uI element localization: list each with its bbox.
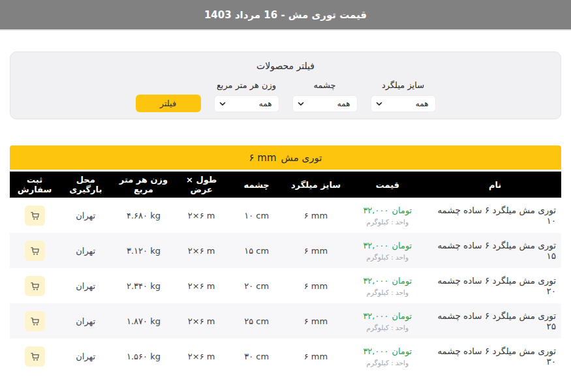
price-cell: ۳۲,۰۰۰ تومان واحد : کیلوگرم bbox=[346, 339, 429, 374]
price-unit: واحد : کیلوگرم bbox=[348, 359, 426, 367]
mesh-label: چشمه bbox=[313, 80, 335, 90]
filter-controls: سایز میلگرد همه چشمه همه وزن هر متر مربع bbox=[10, 80, 561, 112]
table-row: توری مش میلگرد ۶ ساده چشمه ۱۵ ۳۲,۰۰۰ توم… bbox=[10, 233, 561, 268]
rebar-size-cell: ۶ mm bbox=[286, 198, 347, 233]
order-cell bbox=[10, 198, 59, 233]
table-banner: توری مش ۶ mm bbox=[10, 145, 561, 170]
table-row: توری مش میلگرد ۶ ساده چشمه ۱۰ ۳۲,۰۰۰ توم… bbox=[10, 198, 561, 233]
dimensions-cell: ۲×۶ m bbox=[176, 339, 228, 374]
location-cell: تهران bbox=[59, 268, 112, 303]
rebar-size-cell: ۶ mm bbox=[286, 303, 347, 339]
rebar-size-cell: ۶ mm bbox=[286, 339, 347, 374]
product-name: توری مش میلگرد ۶ ساده چشمه ۱۰ bbox=[429, 198, 561, 233]
rebar-size-cell: ۶ mm bbox=[286, 233, 347, 268]
price-cell: ۳۲,۰۰۰ تومان واحد : کیلوگرم bbox=[346, 303, 429, 339]
mesh-cell: ۱۵ cm bbox=[228, 233, 286, 268]
column-header-dims: طول × عرض bbox=[176, 172, 228, 198]
price-unit: واحد : کیلوگرم bbox=[348, 253, 426, 261]
weight-cell: ۱.۵۶۰ kg bbox=[112, 339, 175, 374]
filter-button[interactable]: فیلتر bbox=[136, 95, 201, 112]
location-cell: تهران bbox=[59, 339, 112, 374]
table-header-row: نام قیمت سایز میلگرد چشمه طول × عرض وزن … bbox=[10, 172, 561, 198]
weight-select[interactable]: همه bbox=[214, 95, 279, 112]
rebar-size-select[interactable]: همه bbox=[371, 95, 436, 112]
price-unit: واحد : کیلوگرم bbox=[348, 288, 426, 296]
add-to-cart-button[interactable] bbox=[25, 346, 45, 367]
currency-label: تومان bbox=[392, 276, 412, 286]
price-unit: واحد : کیلوگرم bbox=[348, 324, 426, 331]
price-table: نام قیمت سایز میلگرد چشمه طول × عرض وزن … bbox=[10, 172, 561, 374]
page-title: قیمت توری مش - 16 مرداد 1403 bbox=[204, 9, 367, 21]
weight-cell: ۲.۳۴۰ kg bbox=[112, 268, 175, 303]
column-header-size: سایز میلگرد bbox=[286, 172, 347, 198]
price-value: ۳۲,۰۰۰ تومان bbox=[348, 311, 426, 321]
filter-field-rebar-size: سایز میلگرد همه bbox=[371, 80, 436, 112]
table-row: توری مش میلگرد ۶ ساده چشمه ۲۵ ۳۲,۰۰۰ توم… bbox=[10, 303, 561, 339]
order-cell bbox=[10, 303, 59, 339]
order-cell bbox=[10, 233, 59, 268]
mesh-cell: ۲۵ cm bbox=[228, 303, 286, 339]
location-cell: تهران bbox=[59, 198, 112, 233]
add-to-cart-button[interactable] bbox=[25, 205, 45, 226]
price-cell: ۳۲,۰۰۰ تومان واحد : کیلوگرم bbox=[346, 268, 429, 303]
weight-cell: ۴.۶۸۰ kg bbox=[112, 198, 175, 233]
cart-icon bbox=[29, 316, 40, 327]
weight-label: وزن هر متر مربع bbox=[217, 80, 276, 90]
price-value: ۳۲,۰۰۰ تومان bbox=[348, 346, 426, 356]
dimensions-cell: ۲×۶ m bbox=[176, 303, 228, 339]
column-header-price: قیمت bbox=[346, 172, 429, 198]
currency-label: تومان bbox=[392, 241, 412, 250]
order-cell bbox=[10, 339, 59, 374]
product-name: توری مش میلگرد ۶ ساده چشمه ۱۵ bbox=[429, 233, 561, 268]
rebar-size-select-wrap: همه bbox=[371, 95, 436, 112]
dimensions-cell: ۲×۶ m bbox=[176, 268, 228, 303]
cart-icon bbox=[29, 280, 40, 292]
filter-title: فیلتر محصولات bbox=[10, 61, 561, 71]
mesh-cell: ۳۰ cm bbox=[228, 339, 286, 374]
cart-icon bbox=[29, 210, 40, 221]
mesh-cell: ۲۰ cm bbox=[228, 268, 286, 303]
currency-label: تومان bbox=[392, 311, 412, 321]
location-cell: تهران bbox=[59, 233, 112, 268]
weight-cell: ۳.۱۲۰ kg bbox=[112, 233, 175, 268]
column-header-mesh: چشمه bbox=[228, 172, 286, 198]
filter-panel: فیلتر محصولات سایز میلگرد همه چشمه همه و… bbox=[10, 52, 561, 119]
add-to-cart-button[interactable] bbox=[25, 276, 45, 296]
order-cell bbox=[10, 268, 59, 303]
price-cell: ۳۲,۰۰۰ تومان واحد : کیلوگرم bbox=[346, 198, 429, 233]
price-value: ۳۲,۰۰۰ تومان bbox=[348, 205, 426, 215]
banner-title: توری مش bbox=[281, 152, 322, 164]
weight-cell: ۱.۸۷۰ kg bbox=[112, 303, 175, 339]
column-header-name: نام bbox=[429, 172, 561, 198]
currency-label: تومان bbox=[392, 346, 412, 356]
table-row: توری مش میلگرد ۶ ساده چشمه ۲۰ ۳۲,۰۰۰ توم… bbox=[10, 268, 561, 303]
column-header-weight: وزن هر متر مربع bbox=[112, 172, 175, 198]
price-value: ۳۲,۰۰۰ تومان bbox=[348, 276, 426, 286]
price-unit: واحد : کیلوگرم bbox=[348, 218, 426, 226]
cart-icon bbox=[29, 245, 40, 256]
product-name: توری مش میلگرد ۶ ساده چشمه ۳۰ bbox=[429, 339, 561, 374]
product-name: توری مش میلگرد ۶ ساده چشمه ۲۰ bbox=[429, 268, 561, 303]
column-header-location: محل بارگیری bbox=[59, 172, 112, 198]
cart-icon bbox=[29, 351, 40, 362]
page-header: قیمت توری مش - 16 مرداد 1403 bbox=[0, 0, 571, 31]
filter-field-mesh: چشمه همه bbox=[292, 80, 358, 112]
location-cell: تهران bbox=[59, 303, 112, 339]
mesh-select[interactable]: همه bbox=[292, 95, 358, 112]
price-cell: ۳۲,۰۰۰ تومان واحد : کیلوگرم bbox=[346, 233, 429, 268]
dimensions-cell: ۲×۶ m bbox=[176, 233, 228, 268]
column-header-order: ثبت سفارش bbox=[10, 172, 59, 198]
add-to-cart-button[interactable] bbox=[25, 311, 45, 331]
currency-label: تومان bbox=[392, 205, 412, 215]
mesh-select-wrap: همه bbox=[292, 95, 358, 112]
add-to-cart-button[interactable] bbox=[25, 241, 45, 261]
price-value: ۳۲,۰۰۰ تومان bbox=[348, 241, 426, 250]
banner-size: ۶ mm bbox=[249, 152, 277, 164]
rebar-size-label: سایز میلگرد bbox=[382, 80, 424, 90]
dimensions-cell: ۲×۶ m bbox=[176, 198, 228, 233]
weight-select-wrap: همه bbox=[214, 95, 279, 112]
product-table-section: توری مش ۶ mm نام قیمت سایز میلگرد چشمه ط… bbox=[10, 145, 561, 374]
product-name: توری مش میلگرد ۶ ساده چشمه ۲۵ bbox=[429, 303, 561, 339]
mesh-cell: ۱۰ cm bbox=[228, 198, 286, 233]
filter-field-weight: وزن هر متر مربع همه bbox=[214, 80, 279, 112]
